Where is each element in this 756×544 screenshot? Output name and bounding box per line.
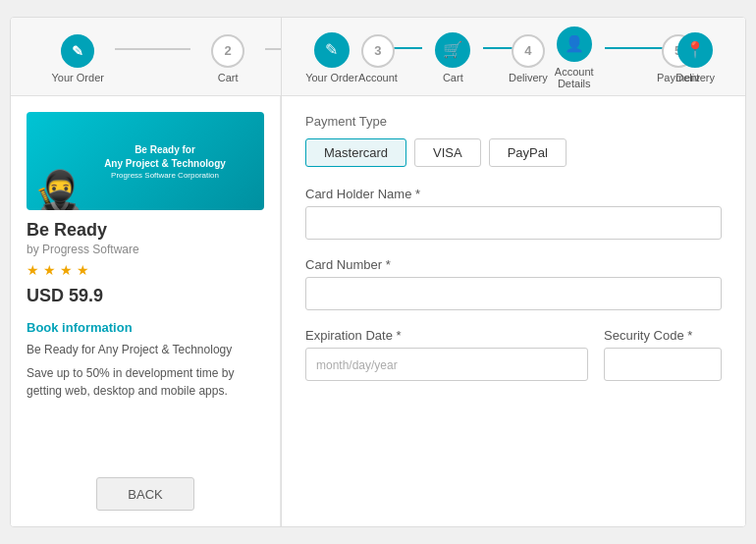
payment-methods-row: Mastercard VISA PayPal <box>305 138 722 167</box>
product-author: by Progress Software <box>27 243 264 256</box>
card-holder-input[interactable] <box>305 206 722 240</box>
expiration-label: Expiration Date * <box>305 328 588 343</box>
expiration-input[interactable] <box>305 348 588 381</box>
left-panel: 🥷 Be Ready for Any Project & Technology … <box>11 96 281 526</box>
right-circle-account: 👤 <box>557 27 592 62</box>
right-label-account: Account Details <box>544 66 605 89</box>
step-label-your-order: Your Order <box>52 72 104 83</box>
product-price: USD 59.9 <box>27 286 264 306</box>
step-number-cart: 2 <box>224 43 231 58</box>
right-label-delivery: Delivery <box>675 72 715 83</box>
step-label-delivery: Delivery <box>509 72 548 83</box>
step-icon-your-order: ✎ <box>72 43 83 59</box>
right-step-your-order[interactable]: ✎ Your Order <box>301 32 362 83</box>
card-holder-label: Card Holder Name * <box>305 187 722 201</box>
book-description-2: Save up to 50% in development time by ge… <box>27 364 264 400</box>
card-number-label: Card Number * <box>305 257 722 272</box>
step-label-cart: Cart <box>218 72 239 83</box>
card-holder-group: Card Holder Name * <box>305 187 722 240</box>
date-security-row: Expiration Date * Security Code * <box>305 328 722 399</box>
visa-button[interactable]: VISA <box>414 138 481 167</box>
mastercard-button[interactable]: Mastercard <box>305 138 406 167</box>
right-step-cart[interactable]: 🛒 Cart <box>422 32 483 83</box>
right-icon-cart: 🛒 <box>443 40 462 59</box>
back-button[interactable]: BACK <box>96 477 194 511</box>
right-icon-your-order: ✎ <box>325 40 338 59</box>
security-input[interactable] <box>604 348 722 381</box>
security-label: Security Code * <box>604 328 722 343</box>
step-number-delivery: 4 <box>524 43 531 58</box>
step-circle-cart: 2 <box>211 34 244 68</box>
book-info-label: Book information <box>27 320 264 335</box>
right-icon-delivery: 📍 <box>685 40 705 59</box>
step-circle-delivery: 4 <box>512 34 545 68</box>
expiration-group: Expiration Date * <box>305 328 588 381</box>
product-image-line2: Any Project & Technology <box>104 157 226 171</box>
right-icon-account: 👤 <box>565 34 584 53</box>
right-step-account[interactable]: 👤 Account Details <box>544 27 605 89</box>
security-group: Security Code * <box>604 328 722 381</box>
connector-1 <box>115 48 189 50</box>
right-label-cart: Cart <box>443 72 463 83</box>
ninja-figure-icon: 🥷 <box>34 171 83 210</box>
step-label-account: Account <box>358 72 398 83</box>
product-image: 🥷 Be Ready for Any Project & Technology … <box>27 112 264 210</box>
right-step-delivery[interactable]: 📍 Delivery <box>665 32 726 83</box>
right-label-your-order: Your Order <box>305 72 357 83</box>
right-circle-cart: 🛒 <box>435 32 470 68</box>
right-circle-delivery: 📍 <box>677 32 713 68</box>
step-number-account: 3 <box>374 43 381 58</box>
card-number-input[interactable] <box>305 277 722 310</box>
paypal-button[interactable]: PayPal <box>489 138 567 167</box>
card-number-group: Card Number * <box>305 257 722 310</box>
payment-content: Payment Type Mastercard VISA PayPal Card… <box>282 96 745 526</box>
product-title: Be Ready <box>27 220 264 241</box>
payment-panel: ✎ Your Order 🛒 Cart 👤 Account D <box>281 18 745 526</box>
step-your-order[interactable]: ✎ Your Order <box>40 34 115 83</box>
payment-type-label: Payment Type <box>305 114 722 129</box>
step-circle-your-order: ✎ <box>61 34 94 68</box>
right-circle-your-order: ✎ <box>314 32 350 68</box>
product-image-line3: Progress Software Corporation <box>104 171 226 180</box>
main-container: ✎ Your Order 2 Cart 3 Account <box>10 17 746 527</box>
step-cart[interactable]: 2 Cart <box>190 34 265 83</box>
book-description-1: Be Ready for Any Project & Technology <box>27 341 264 358</box>
product-image-line1: Be Ready for <box>104 143 226 157</box>
product-stars: ★ ★ ★ ★ <box>27 262 264 278</box>
step-circle-account: 3 <box>361 34 395 68</box>
